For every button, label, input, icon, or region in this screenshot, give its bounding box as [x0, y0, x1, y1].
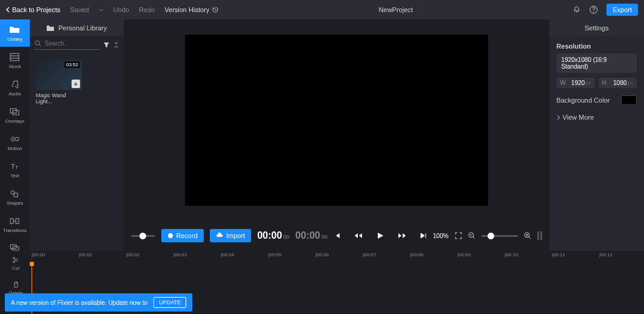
trash-icon — [13, 281, 19, 289]
library-title: Personal Library — [58, 24, 107, 32]
timeline-tick: |00:12 — [599, 252, 612, 258]
svg-line-22 — [473, 237, 475, 239]
svg-rect-16 — [16, 219, 19, 224]
sidebar-item-shapes[interactable]: Shapes — [0, 183, 30, 211]
sidebar-item-transitions[interactable]: Transitions — [0, 211, 30, 238]
sidebar: Library Stock Audio Overlays Motion TTTe… — [0, 19, 30, 251]
zoom-value: 100% — [433, 233, 449, 239]
version-history-label: Version History — [164, 6, 209, 13]
player-controls: Record Import 00:0000 00:0000 100% — [124, 220, 549, 251]
timeline-tick: |00:00 — [32, 252, 45, 258]
timeline-tick: |00:11 — [552, 252, 565, 258]
view-more-button[interactable]: View More — [557, 114, 637, 121]
sidebar-label: Text — [10, 173, 19, 179]
skip-end-icon[interactable] — [420, 232, 427, 239]
history-icon — [212, 6, 219, 13]
zoom-in-icon[interactable] — [524, 232, 531, 239]
library-panel: Personal Library 03:52 + Magic Wand Ligh… — [30, 19, 124, 251]
timeline-tick: |00:07 — [363, 252, 376, 258]
svg-line-18 — [39, 44, 41, 46]
chevron-right-icon — [557, 115, 560, 120]
timeline-tick: |00:01 — [79, 252, 92, 258]
add-clip-icon[interactable]: + — [72, 80, 80, 88]
saved-dropdown-icon[interactable] — [99, 9, 104, 12]
scissors-icon — [12, 256, 19, 264]
chevron-left-icon — [6, 7, 10, 13]
notifications-icon[interactable] — [572, 5, 581, 14]
timeline-tick: |00:05 — [268, 252, 281, 258]
music-icon — [10, 79, 19, 90]
motion-icon — [10, 134, 19, 145]
version-history-button[interactable]: Version History — [164, 6, 219, 13]
folder-icon — [9, 24, 20, 35]
timeline-ruler[interactable]: |00:00|00:01|00:02|00:03|00:04|00:05|00:… — [32, 251, 644, 262]
total-time: 00:0000 — [295, 230, 327, 241]
timeline-fit-icon[interactable] — [537, 231, 542, 240]
filter-icon[interactable] — [103, 42, 110, 48]
svg-rect-2 — [10, 53, 19, 61]
sidebar-label: Shapes — [7, 200, 23, 206]
resolution-label: Resolution — [557, 43, 637, 50]
svg-point-7 — [15, 137, 19, 141]
folder-icon — [46, 25, 55, 32]
sidebar-label: Audio — [8, 91, 21, 97]
zoom-slider[interactable] — [481, 235, 518, 237]
search-input[interactable] — [45, 40, 99, 47]
zoom-out-icon[interactable] — [468, 232, 475, 239]
redo-button[interactable]: Redo — [139, 6, 155, 13]
sidebar-item-audio[interactable]: Audio — [0, 74, 30, 101]
clip-thumbnail[interactable]: 03:52 + — [36, 60, 82, 90]
timeline-tick: |00:10 — [505, 252, 518, 258]
skip-start-icon[interactable] — [334, 232, 341, 239]
timeline-tick: |00:08 — [410, 252, 423, 258]
stock-icon — [10, 52, 19, 63]
forward-icon[interactable] — [398, 232, 406, 239]
svg-point-19 — [168, 233, 173, 238]
back-to-projects-button[interactable]: Back to Projects — [6, 6, 60, 13]
play-icon[interactable] — [376, 231, 384, 240]
media-clip[interactable]: 03:52 + Magic Wand Light... — [36, 60, 82, 104]
svg-line-26 — [529, 237, 531, 239]
update-button[interactable]: UPDATE — [153, 297, 186, 308]
library-header[interactable]: Personal Library — [30, 19, 124, 36]
bgcolor-label: Background Color — [557, 97, 610, 104]
video-canvas[interactable] — [185, 35, 488, 206]
export-button[interactable]: Export — [606, 4, 638, 16]
help-icon[interactable] — [589, 5, 598, 14]
sidebar-item-motion[interactable]: Motion — [0, 129, 30, 156]
height-input[interactable]: H1080px — [599, 78, 637, 88]
timeline-tick: |00:04 — [221, 252, 234, 258]
transitions-icon — [10, 216, 19, 227]
overlays-icon — [10, 106, 19, 117]
fullscreen-icon[interactable] — [455, 232, 462, 239]
bgcolor-swatch[interactable] — [621, 95, 637, 105]
undo-button[interactable]: Undo — [113, 6, 129, 13]
cut-button[interactable]: Cut — [0, 251, 32, 276]
sidebar-item-library[interactable]: Library — [0, 19, 30, 47]
search-box[interactable] — [35, 40, 99, 50]
viewmore-label: View More — [563, 114, 594, 121]
sidebar-item-stock[interactable]: Stock — [0, 47, 30, 74]
volume-slider[interactable] — [131, 235, 155, 237]
search-icon — [35, 40, 41, 47]
sidebar-item-overlays[interactable]: Overlays — [0, 101, 30, 129]
text-icon: TT — [10, 161, 19, 172]
shapes-icon — [10, 188, 19, 199]
timeline-tick: |00:02 — [126, 252, 139, 258]
width-input[interactable]: W1920px — [557, 78, 595, 88]
resolution-dropdown[interactable]: 1920x1080 (16:9 Standard) — [557, 53, 637, 73]
record-button[interactable]: Record — [161, 229, 204, 242]
import-label: Import — [226, 232, 245, 239]
settings-title: Settings — [549, 19, 644, 36]
sidebar-item-text[interactable]: TTText — [0, 156, 30, 183]
settings-panel: Settings Resolution 1920x1080 (16:9 Stan… — [549, 19, 644, 251]
rewind-icon[interactable] — [354, 232, 363, 239]
clip-duration: 03:52 — [64, 61, 80, 68]
project-title[interactable]: NewProject — [219, 6, 572, 13]
cloud-icon — [216, 233, 223, 239]
update-text: A new version of Flixier is available. U… — [11, 299, 147, 306]
sort-icon[interactable] — [113, 42, 119, 48]
import-button[interactable]: Import — [210, 229, 251, 242]
timeline-tick: |00:09 — [457, 252, 471, 258]
sidebar-label: Motion — [7, 146, 22, 151]
